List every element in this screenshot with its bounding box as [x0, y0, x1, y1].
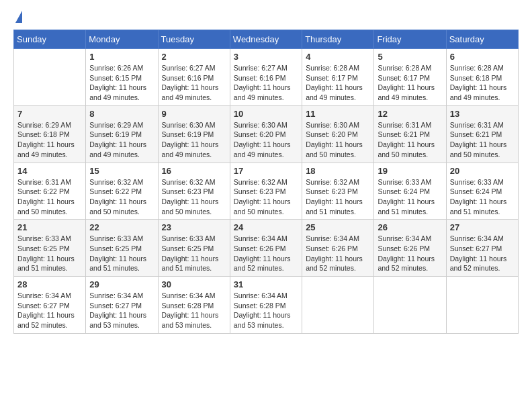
day-number: 11: [306, 109, 370, 119]
day-number: 14: [17, 166, 82, 176]
calendar-cell: [446, 277, 518, 334]
calendar-cell: 9Sunrise: 6:30 AMSunset: 6:19 PMDaylight…: [158, 105, 230, 163]
day-info: Sunrise: 6:33 AMSunset: 6:25 PMDaylight:…: [17, 234, 82, 273]
calendar-cell: 29Sunrise: 6:34 AMSunset: 6:27 PMDayligh…: [86, 277, 158, 334]
day-info: Sunrise: 6:30 AMSunset: 6:20 PMDaylight:…: [234, 120, 298, 160]
day-info: Sunrise: 6:34 AMSunset: 6:26 PMDaylight:…: [378, 234, 442, 273]
day-number: 6: [450, 52, 515, 62]
day-number: 26: [378, 222, 442, 232]
logo: [13, 13, 22, 23]
calendar-cell: 2Sunrise: 6:27 AMSunset: 6:16 PMDaylight…: [158, 49, 230, 106]
day-info: Sunrise: 6:28 AMSunset: 6:17 PMDaylight:…: [306, 63, 370, 103]
day-number: 29: [89, 279, 154, 289]
calendar-cell: 26Sunrise: 6:34 AMSunset: 6:26 PMDayligh…: [374, 220, 446, 277]
calendar-cell: 11Sunrise: 6:30 AMSunset: 6:20 PMDayligh…: [302, 105, 374, 163]
weekday-header-thursday: Thursday: [302, 30, 374, 49]
calendar-cell: [374, 277, 446, 334]
day-number: 22: [89, 222, 154, 232]
day-info: Sunrise: 6:31 AMSunset: 6:22 PMDaylight:…: [17, 177, 82, 217]
day-number: 1: [89, 52, 154, 62]
weekday-header-row: SundayMondayTuesdayWednesdayThursdayFrid…: [14, 30, 519, 49]
day-number: 23: [162, 222, 226, 232]
day-info: Sunrise: 6:34 AMSunset: 6:27 PMDaylight:…: [89, 291, 154, 330]
calendar-cell: 31Sunrise: 6:34 AMSunset: 6:28 PMDayligh…: [230, 277, 302, 334]
weekday-header-tuesday: Tuesday: [158, 30, 230, 49]
calendar-week-row: 14Sunrise: 6:31 AMSunset: 6:22 PMDayligh…: [14, 163, 519, 220]
day-number: 19: [378, 166, 442, 176]
day-info: Sunrise: 6:34 AMSunset: 6:28 PMDaylight:…: [162, 291, 226, 330]
weekday-header-monday: Monday: [86, 30, 158, 49]
day-info: Sunrise: 6:33 AMSunset: 6:25 PMDaylight:…: [162, 234, 226, 273]
calendar-cell: 28Sunrise: 6:34 AMSunset: 6:27 PMDayligh…: [14, 277, 86, 334]
day-info: Sunrise: 6:32 AMSunset: 6:22 PMDaylight:…: [89, 177, 154, 217]
day-info: Sunrise: 6:29 AMSunset: 6:18 PMDaylight:…: [17, 120, 82, 160]
calendar-cell: 27Sunrise: 6:34 AMSunset: 6:27 PMDayligh…: [446, 220, 518, 277]
day-info: Sunrise: 6:28 AMSunset: 6:18 PMDaylight:…: [450, 63, 515, 103]
day-info: Sunrise: 6:33 AMSunset: 6:24 PMDaylight:…: [450, 177, 515, 217]
calendar-week-row: 1Sunrise: 6:26 AMSunset: 6:15 PMDaylight…: [14, 49, 519, 106]
calendar-cell: 21Sunrise: 6:33 AMSunset: 6:25 PMDayligh…: [14, 220, 86, 277]
calendar-cell: 18Sunrise: 6:32 AMSunset: 6:23 PMDayligh…: [302, 163, 374, 220]
day-number: 2: [162, 52, 226, 62]
weekday-header-wednesday: Wednesday: [230, 30, 302, 49]
calendar-cell: 12Sunrise: 6:31 AMSunset: 6:21 PMDayligh…: [374, 105, 446, 163]
calendar-cell: 6Sunrise: 6:28 AMSunset: 6:18 PMDaylight…: [446, 49, 518, 106]
weekday-header-saturday: Saturday: [446, 30, 518, 49]
day-info: Sunrise: 6:32 AMSunset: 6:23 PMDaylight:…: [234, 177, 298, 217]
day-info: Sunrise: 6:32 AMSunset: 6:23 PMDaylight:…: [306, 177, 370, 217]
day-number: 10: [234, 109, 298, 119]
calendar-cell: 19Sunrise: 6:33 AMSunset: 6:24 PMDayligh…: [374, 163, 446, 220]
day-number: 25: [306, 222, 370, 232]
day-number: 4: [306, 52, 370, 62]
day-info: Sunrise: 6:27 AMSunset: 6:16 PMDaylight:…: [234, 63, 298, 103]
day-number: 20: [450, 166, 515, 176]
day-info: Sunrise: 6:34 AMSunset: 6:26 PMDaylight:…: [234, 234, 298, 273]
day-info: Sunrise: 6:29 AMSunset: 6:19 PMDaylight:…: [89, 120, 154, 160]
day-info: Sunrise: 6:32 AMSunset: 6:23 PMDaylight:…: [162, 177, 226, 217]
day-number: 7: [17, 109, 82, 119]
calendar-week-row: 28Sunrise: 6:34 AMSunset: 6:27 PMDayligh…: [14, 277, 519, 334]
calendar-cell: 15Sunrise: 6:32 AMSunset: 6:22 PMDayligh…: [86, 163, 158, 220]
weekday-header-friday: Friday: [374, 30, 446, 49]
page-header: [13, 13, 519, 23]
calendar-cell: [14, 49, 86, 106]
day-number: 31: [234, 279, 298, 289]
day-info: Sunrise: 6:34 AMSunset: 6:27 PMDaylight:…: [17, 291, 82, 330]
day-info: Sunrise: 6:33 AMSunset: 6:24 PMDaylight:…: [378, 177, 442, 217]
calendar-cell: 13Sunrise: 6:31 AMSunset: 6:21 PMDayligh…: [446, 105, 518, 163]
day-number: 15: [89, 166, 154, 176]
calendar-cell: 24Sunrise: 6:34 AMSunset: 6:26 PMDayligh…: [230, 220, 302, 277]
day-number: 8: [89, 109, 154, 119]
day-info: Sunrise: 6:34 AMSunset: 6:26 PMDaylight:…: [306, 234, 370, 273]
day-number: 9: [162, 109, 226, 119]
calendar-cell: 7Sunrise: 6:29 AMSunset: 6:18 PMDaylight…: [14, 105, 86, 163]
day-info: Sunrise: 6:30 AMSunset: 6:20 PMDaylight:…: [306, 120, 370, 160]
logo-triangle-icon: [15, 11, 22, 23]
day-info: Sunrise: 6:34 AMSunset: 6:28 PMDaylight:…: [234, 291, 298, 330]
calendar-week-row: 7Sunrise: 6:29 AMSunset: 6:18 PMDaylight…: [14, 105, 519, 163]
day-number: 17: [234, 166, 298, 176]
day-info: Sunrise: 6:27 AMSunset: 6:16 PMDaylight:…: [162, 63, 226, 103]
day-info: Sunrise: 6:26 AMSunset: 6:15 PMDaylight:…: [89, 63, 154, 103]
day-number: 3: [234, 52, 298, 62]
day-number: 18: [306, 166, 370, 176]
calendar-cell: [302, 277, 374, 334]
calendar-cell: 20Sunrise: 6:33 AMSunset: 6:24 PMDayligh…: [446, 163, 518, 220]
calendar-cell: 10Sunrise: 6:30 AMSunset: 6:20 PMDayligh…: [230, 105, 302, 163]
day-number: 13: [450, 109, 515, 119]
calendar-cell: 16Sunrise: 6:32 AMSunset: 6:23 PMDayligh…: [158, 163, 230, 220]
weekday-header-sunday: Sunday: [14, 30, 86, 49]
day-info: Sunrise: 6:34 AMSunset: 6:27 PMDaylight:…: [450, 234, 515, 273]
calendar-cell: 25Sunrise: 6:34 AMSunset: 6:26 PMDayligh…: [302, 220, 374, 277]
day-number: 16: [162, 166, 226, 176]
calendar-cell: 17Sunrise: 6:32 AMSunset: 6:23 PMDayligh…: [230, 163, 302, 220]
calendar-table: SundayMondayTuesdayWednesdayThursdayFrid…: [13, 30, 519, 334]
day-number: 21: [17, 222, 82, 232]
day-number: 5: [378, 52, 442, 62]
calendar-cell: 1Sunrise: 6:26 AMSunset: 6:15 PMDaylight…: [86, 49, 158, 106]
day-number: 30: [162, 279, 226, 289]
day-info: Sunrise: 6:31 AMSunset: 6:21 PMDaylight:…: [378, 120, 442, 160]
day-info: Sunrise: 6:31 AMSunset: 6:21 PMDaylight:…: [450, 120, 515, 160]
calendar-cell: 22Sunrise: 6:33 AMSunset: 6:25 PMDayligh…: [86, 220, 158, 277]
day-number: 28: [17, 279, 82, 289]
